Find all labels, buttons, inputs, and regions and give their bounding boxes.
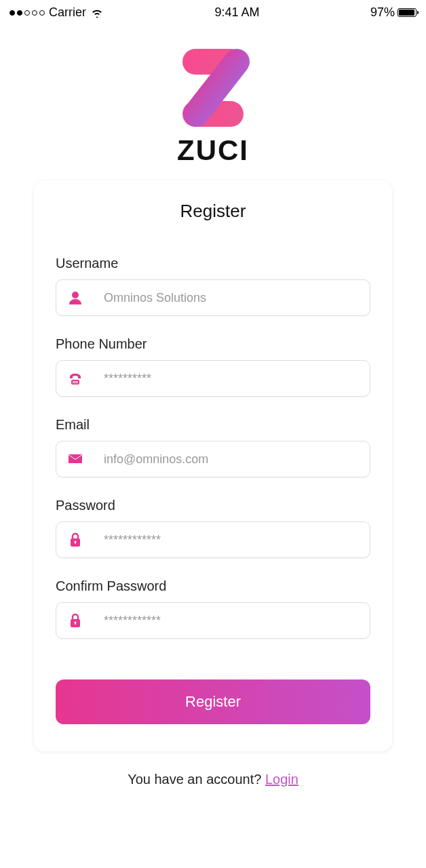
carrier-label: Carrier xyxy=(49,5,86,20)
phone-input-wrapper[interactable] xyxy=(56,360,370,397)
confirm-password-label: Confirm Password xyxy=(56,578,370,594)
svg-rect-8 xyxy=(75,542,75,544)
phone-input[interactable] xyxy=(104,372,359,386)
logo-z-icon xyxy=(169,45,257,130)
wifi-icon xyxy=(90,8,104,18)
login-link[interactable]: Login xyxy=(265,772,298,787)
logo-container: ZUCI xyxy=(0,45,426,167)
email-input-wrapper[interactable] xyxy=(56,441,370,477)
svg-rect-3 xyxy=(71,380,79,384)
footer-text: You have an account? Login xyxy=(0,772,426,787)
username-input-wrapper[interactable] xyxy=(56,279,370,316)
battery-percent: 97% xyxy=(370,5,395,20)
svg-rect-4 xyxy=(73,381,78,382)
svg-rect-5 xyxy=(73,382,78,383)
email-input[interactable] xyxy=(104,452,359,467)
lock-icon xyxy=(67,612,83,629)
lock-icon xyxy=(67,532,83,548)
status-time: 9:41 AM xyxy=(214,5,259,20)
phone-field-group: Phone Number xyxy=(56,336,370,397)
status-right: 97% xyxy=(370,5,417,20)
svg-point-2 xyxy=(72,292,79,298)
email-icon xyxy=(67,451,83,467)
battery-icon xyxy=(398,8,417,17)
brand-name: ZUCI xyxy=(177,134,249,167)
signal-strength-icon xyxy=(9,10,45,16)
svg-rect-11 xyxy=(75,623,75,625)
footer-prompt: You have an account? xyxy=(128,772,265,787)
phone-label: Phone Number xyxy=(56,336,370,352)
confirm-password-field-group: Confirm Password xyxy=(56,578,370,639)
card-title: Register xyxy=(56,201,370,222)
email-field-group: Email xyxy=(56,417,370,477)
confirm-password-input[interactable] xyxy=(104,614,359,628)
status-left: Carrier xyxy=(9,5,104,20)
username-input[interactable] xyxy=(104,291,359,305)
user-icon xyxy=(67,290,83,306)
username-field-group: Username xyxy=(56,256,370,316)
phone-icon xyxy=(67,370,83,387)
email-label: Email xyxy=(56,417,370,433)
register-card: Register Username Phone Number Email xyxy=(34,180,392,751)
password-input-wrapper[interactable] xyxy=(56,521,370,558)
username-label: Username xyxy=(56,256,370,271)
register-button[interactable]: Register xyxy=(56,679,370,724)
password-field-group: Password xyxy=(56,498,370,558)
status-bar: Carrier 9:41 AM 97% xyxy=(0,0,426,25)
confirm-password-input-wrapper[interactable] xyxy=(56,602,370,639)
password-input[interactable] xyxy=(104,533,359,547)
password-label: Password xyxy=(56,498,370,513)
